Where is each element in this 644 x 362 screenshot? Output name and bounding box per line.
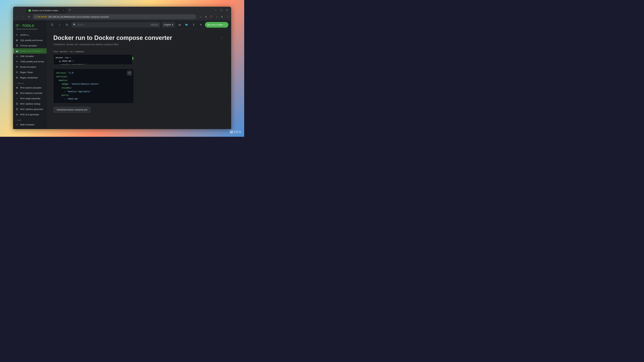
sidebar-item-docker[interactable]: 🐋 Docker run to Docker c... bbox=[13, 48, 46, 54]
sidebar-mac-lookup-label: MAC address lookup bbox=[20, 103, 40, 105]
theme-icon: ☀ bbox=[200, 23, 202, 26]
sidebar-item-json[interactable]: ≡ JSON m... bbox=[13, 32, 46, 37]
tab-close-button[interactable]: × bbox=[62, 9, 65, 12]
github-icon: ⊕ bbox=[178, 23, 181, 27]
search-bar[interactable]: 🔍 Search Ctrl + K bbox=[72, 22, 160, 28]
math-icon: √ bbox=[16, 123, 18, 126]
brand-title: IT - TOOLS bbox=[16, 24, 44, 28]
sidebar-yaml-label: YAML prettify and format bbox=[20, 60, 44, 63]
sidebar-xml-label: XML formatter bbox=[20, 55, 34, 57]
input-scrollbar bbox=[132, 55, 134, 65]
copy-button[interactable]: ⎘ bbox=[127, 70, 132, 76]
share-button[interactable]: ⬆ bbox=[204, 14, 208, 19]
home-icon: ⌂ bbox=[59, 23, 60, 26]
heart-favorite-icon: ♡ bbox=[220, 36, 223, 40]
music-button[interactable]: ♪ bbox=[214, 14, 219, 19]
bookmark-page-button[interactable]: ☆ bbox=[198, 14, 203, 19]
forward-button[interactable]: › bbox=[20, 14, 26, 19]
sidebar-item-chmod[interactable]: ☰ Chmod calculator bbox=[13, 43, 46, 48]
main-content: Docker run to Docker compose converter ♡… bbox=[46, 29, 231, 129]
active-tab[interactable]: T Docker run to Docker compose... × bbox=[26, 8, 67, 13]
github-button[interactable]: ⊕ bbox=[177, 22, 182, 28]
coffee-label: Buy me a coffee bbox=[207, 23, 223, 26]
sql-icon: ⊞ bbox=[16, 39, 18, 41]
brave-shield-button[interactable]: 🛡 bbox=[209, 14, 214, 19]
download-label: Download docker-compose.yml bbox=[57, 108, 87, 111]
language-selector[interactable]: English ▾ bbox=[162, 22, 175, 28]
sidebar-regex-label: Regex Tester bbox=[20, 71, 33, 73]
home-button[interactable]: ⌂ bbox=[57, 22, 62, 28]
xda-watermark: ▣XDA bbox=[230, 130, 242, 134]
yaml-volumes-line: volumes: bbox=[56, 86, 131, 90]
page-description: Transforms "docker run" commands into do… bbox=[53, 43, 224, 46]
coffee-button[interactable]: Buy me a coffee ♡ bbox=[205, 22, 228, 28]
saved-tools-button[interactable]: ⊟ bbox=[64, 22, 70, 28]
close-button[interactable]: × bbox=[225, 8, 230, 12]
sidebar-item-ipv4-subnet[interactable]: ⊕ IPv4 subnet calculator bbox=[13, 85, 46, 90]
yaml-ports-line: ports: bbox=[56, 93, 131, 97]
yaml-port-item: - '9925:80' bbox=[56, 97, 131, 101]
ipv6-icon: ⊟ bbox=[16, 113, 18, 116]
ipv4-subnet-icon: ⊕ bbox=[16, 86, 18, 89]
yaml-image-line: image: 'hkotel/mealie:latest' bbox=[56, 82, 131, 86]
sidebar-item-mac-gen[interactable]: ☰ MAC address generator bbox=[13, 106, 46, 112]
search-shortcut: Ctrl + K bbox=[150, 23, 158, 26]
menu-icon: ☰ bbox=[51, 23, 53, 26]
sidebar-item-sql[interactable]: ⊞ SQL prettify and format bbox=[13, 37, 46, 43]
not-secure-label: Not secure bbox=[38, 15, 47, 18]
tab-title: Docker run to Docker compose... bbox=[32, 9, 61, 12]
sidebar-math-label: Math evaluator bbox=[20, 123, 34, 126]
sidebar-item-ipv4-converter[interactable]: ⊞ IPv4 address converter bbox=[13, 90, 46, 96]
window-controls: − □ × bbox=[213, 8, 230, 12]
yaml-services-line: services: bbox=[56, 75, 131, 79]
sidebar-item-ipv6[interactable]: ⊟ IPv6 ULA generator bbox=[13, 112, 46, 117]
sidebar-item-yaml[interactable]: ≡ YAML prettify and format bbox=[13, 59, 46, 64]
address-bar-row: ‹ › ↻ ⚠ Not secure 192.168.29.124:8080/d… bbox=[13, 13, 231, 20]
heart-icon: ♡ bbox=[224, 23, 226, 26]
sidebar-item-mac-lookup[interactable]: ☰ MAC address lookup bbox=[13, 101, 46, 106]
regex-cheat-icon: ⊟ bbox=[16, 76, 18, 79]
sidebar-ipv4-subnet-label: IPv4 subnet calculator bbox=[20, 86, 42, 89]
sidebar-docker-label: Docker run to Docker c... bbox=[20, 50, 44, 52]
twitter-icon: 🐦 bbox=[185, 23, 188, 26]
docker-run-input[interactable]: docker run \ -p 9925:80 \ -v mealie:/app… bbox=[53, 54, 134, 65]
refresh-button[interactable]: ↻ bbox=[26, 14, 32, 19]
yaml-output: version: '3.9' services: mealie: image: … bbox=[56, 71, 131, 101]
download-button[interactable]: Download docker-compose.yml bbox=[53, 107, 91, 113]
sidebar-item-regex-cheat[interactable]: ⊟ Regex cheatsheet bbox=[13, 75, 46, 80]
address-box[interactable]: ⚠ Not secure 192.168.29.124:8080/docker-… bbox=[32, 14, 196, 19]
sidebar-item-xml[interactable]: </> XML formatter bbox=[13, 54, 46, 59]
twitter-button[interactable]: 🐦 bbox=[184, 22, 190, 28]
tab-favicon: T bbox=[28, 9, 31, 12]
page-title-row: Docker run to Docker compose converter ♡ bbox=[53, 34, 224, 41]
copy-icon: ⎘ bbox=[129, 71, 130, 75]
download-button[interactable]: ⬇ bbox=[220, 14, 224, 19]
sidebar-item-math[interactable]: √ Math evaluator bbox=[13, 122, 46, 127]
sidebar-chmod-label: Chmod calculator bbox=[20, 44, 37, 47]
theme-toggle-button[interactable]: ☀ bbox=[198, 22, 204, 28]
yaml-icon: ≡ bbox=[16, 60, 18, 63]
address-text: 192.168.29.124:8080/docker-run-to-docker… bbox=[48, 15, 194, 18]
sidebar-regex-cheat-label: Regex cheatsheet bbox=[20, 76, 38, 79]
sidebar-ipv4-range-label: IPv4 range expander bbox=[20, 97, 40, 100]
sidebar-item-email[interactable]: ✉ Email normalizer bbox=[13, 64, 46, 69]
network-section-header[interactable]: ▾ Network bbox=[13, 80, 46, 85]
yaml-version-line: version: '3.9' bbox=[56, 71, 131, 75]
math-section-header[interactable]: ▾ Math bbox=[13, 117, 46, 122]
sidebar-item-regex[interactable]: ✳ Regex Tester bbox=[13, 69, 46, 75]
back-button[interactable]: ‹ bbox=[14, 14, 20, 19]
info-button[interactable]: ℹ bbox=[191, 22, 196, 28]
menu-button[interactable]: ⋮ bbox=[225, 14, 230, 19]
app-topbar: ☰ ⌂ ⊟ 🔍 Search Ctrl + K English ▾ bbox=[46, 20, 231, 29]
favorite-button[interactable]: ♡ bbox=[219, 35, 224, 40]
sidebar-toggle-button[interactable]: ☰ bbox=[49, 22, 55, 28]
network-label: Network bbox=[17, 82, 24, 84]
right-panel: ☰ ⌂ ⊟ 🔍 Search Ctrl + K English ▾ bbox=[46, 20, 231, 129]
new-tab-button[interactable]: + bbox=[68, 7, 72, 12]
output-container: ⎘ version: '3.9' services: mealie: bbox=[53, 69, 134, 103]
maximize-button[interactable]: □ bbox=[219, 8, 224, 12]
topbar-right: ⊕ 🐦 ℹ ☀ Buy me a coffee ♡ bbox=[177, 22, 228, 28]
sidebar-mac-gen-label: MAC address generator bbox=[20, 108, 43, 110]
minimize-button[interactable]: − bbox=[213, 8, 218, 12]
sidebar-item-ipv4-range[interactable]: ↕ IPv4 range expander bbox=[13, 96, 46, 101]
